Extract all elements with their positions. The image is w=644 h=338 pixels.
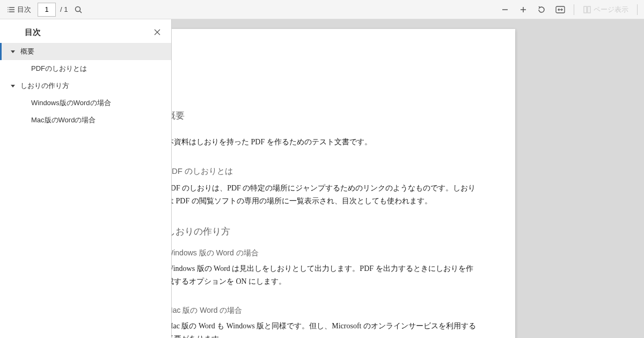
toc-item-pdf-bookmark[interactable]: PDFのしおりとは xyxy=(0,60,171,77)
page-total-text: / 1 xyxy=(60,5,68,13)
paragraph-bookmark: PDF のしおりは、PDF の特定の場所にジャンプするためのリンクのようなもので… xyxy=(172,182,478,208)
heading-mac: Mac 版の Word の場合 xyxy=(172,306,478,315)
page-view-label: ページ表示 xyxy=(594,5,628,14)
plus-icon xyxy=(519,5,528,14)
chevron-down-icon xyxy=(11,50,15,53)
search-button[interactable] xyxy=(71,2,86,17)
toc-list: 概要 PDFのしおりとは しおりの作り方 Windows版のWordの場合 Ma… xyxy=(0,43,171,338)
paragraph-windows: Windows 版の Word は見出しをしおりとして出力します。PDF を出力… xyxy=(172,262,478,289)
toc-item-howto[interactable]: しおりの作り方 xyxy=(0,77,171,94)
fit-width-icon xyxy=(555,6,565,13)
main: 目次 概要 PDFのしおりとは しおりの作り方 Windows版のWordの場合… xyxy=(0,19,644,338)
toc-item-windows[interactable]: Windows版のWordの場合 xyxy=(0,94,171,112)
heading-bookmark: PDF のしおりとは xyxy=(172,166,478,177)
chevron-down-icon xyxy=(11,85,15,87)
minus-icon xyxy=(501,5,509,14)
fit-width-button[interactable] xyxy=(552,2,568,17)
document-page: 概要 本資料はしおりを持った PDF を作るためのテスト文書です。 PDF のし… xyxy=(172,29,515,338)
zoom-out-button[interactable] xyxy=(497,2,513,17)
svg-point-5 xyxy=(8,11,9,12)
svg-line-7 xyxy=(80,11,82,13)
toc-button-label: 目次 xyxy=(17,5,31,14)
toc-item-mac[interactable]: Mac版のWordの場合 xyxy=(0,112,171,129)
svg-point-3 xyxy=(8,7,9,8)
page-view-icon xyxy=(583,5,591,14)
zoom-in-button[interactable] xyxy=(516,2,531,17)
paragraph-mac: Mac 版の Word も Windows 版と同様です。但し、Microsof… xyxy=(172,320,478,339)
toc-icon xyxy=(8,5,16,14)
toc-item-label: しおりの作り方 xyxy=(20,81,69,91)
toc-item-label: Mac版のWordの場合 xyxy=(31,115,96,125)
sidebar-header: 目次 xyxy=(0,19,171,43)
toolbar-divider xyxy=(574,4,574,15)
toolbar: 目次 / 1 ページ表示 xyxy=(0,0,644,19)
heading-howto: しおりの作り方 xyxy=(172,225,478,238)
sidebar: 目次 概要 PDFのしおりとは しおりの作り方 Windows版のWordの場合… xyxy=(0,19,172,338)
page-view-button[interactable]: ページ表示 xyxy=(580,2,632,17)
page-number-input[interactable] xyxy=(38,3,56,17)
toc-item-label: PDFのしおりとは xyxy=(31,64,87,74)
content-area[interactable]: 概要 本資料はしおりを持った PDF を作るためのテスト文書です。 PDF のし… xyxy=(172,19,644,338)
toolbar-divider-2 xyxy=(637,4,638,15)
toc-toggle-button[interactable]: 目次 xyxy=(4,2,34,17)
svg-rect-13 xyxy=(584,6,587,13)
rotate-icon xyxy=(537,5,546,14)
close-icon xyxy=(153,28,161,36)
toc-item-label: Windows版のWordの場合 xyxy=(31,98,111,108)
svg-point-4 xyxy=(8,9,9,10)
heading-windows: Windows 版の Word の場合 xyxy=(172,248,478,258)
paragraph-overview: 本資料はしおりを持った PDF を作るためのテスト文書です。 xyxy=(172,136,478,149)
toc-item-label: 概要 xyxy=(20,47,34,56)
rotate-button[interactable] xyxy=(534,2,549,17)
sidebar-close-button[interactable] xyxy=(152,27,163,38)
search-icon xyxy=(74,5,83,14)
svg-rect-14 xyxy=(588,6,590,13)
sidebar-title: 目次 xyxy=(25,27,41,38)
heading-overview: 概要 xyxy=(172,109,478,122)
svg-point-6 xyxy=(76,6,80,11)
toc-item-overview[interactable]: 概要 xyxy=(0,43,171,60)
